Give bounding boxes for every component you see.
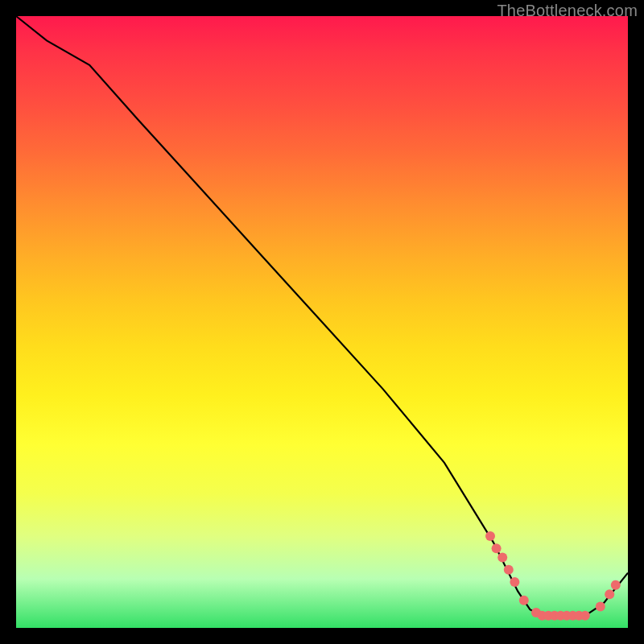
curve-marker: [510, 577, 519, 587]
curve-marker: [580, 611, 590, 621]
curve-line: [16, 16, 628, 616]
curve-marker: [485, 531, 495, 541]
chart-svg: [16, 16, 628, 628]
curve-marker: [497, 553, 507, 563]
chart-frame: TheBottleneck.com: [0, 0, 644, 644]
curve-marker: [519, 596, 529, 605]
watermark-text: TheBottleneck.com: [497, 2, 638, 20]
curve-marker: [596, 601, 605, 611]
curve-marker: [611, 580, 621, 590]
curve-markers: [485, 531, 621, 621]
curve-marker: [605, 589, 614, 599]
curve-marker: [504, 565, 514, 575]
plot-area: [16, 16, 628, 628]
curve-marker: [492, 543, 502, 553]
